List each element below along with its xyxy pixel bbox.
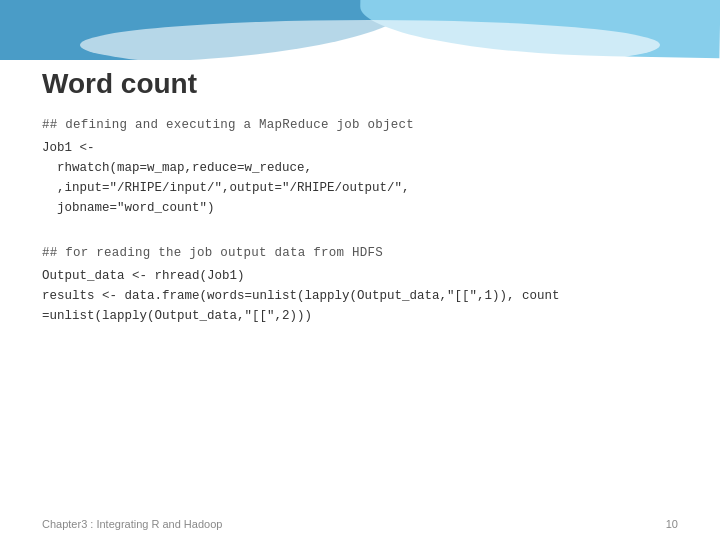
footer: Chapter3 : Integrating R and Hadoop 10 [0,518,720,530]
footer-page: 10 [666,518,678,530]
code-block-2: Output_data <- rhread(Job1)results <- da… [42,266,678,326]
content-area: ## defining and executing a MapReduce jo… [42,118,678,490]
code-block-1: Job1 <- rhwatch(map=w_map,reduce=w_reduc… [42,138,678,218]
code-section-2: ## for reading the job output data from … [42,246,678,326]
comment-2: ## for reading the job output data from … [42,246,678,260]
code-section-1: ## defining and executing a MapReduce jo… [42,118,678,218]
footer-chapter: Chapter3 : Integrating R and Hadoop [42,518,222,530]
comment-1: ## defining and executing a MapReduce jo… [42,118,678,132]
top-decoration [0,0,720,60]
page-title: Word count [42,68,197,100]
